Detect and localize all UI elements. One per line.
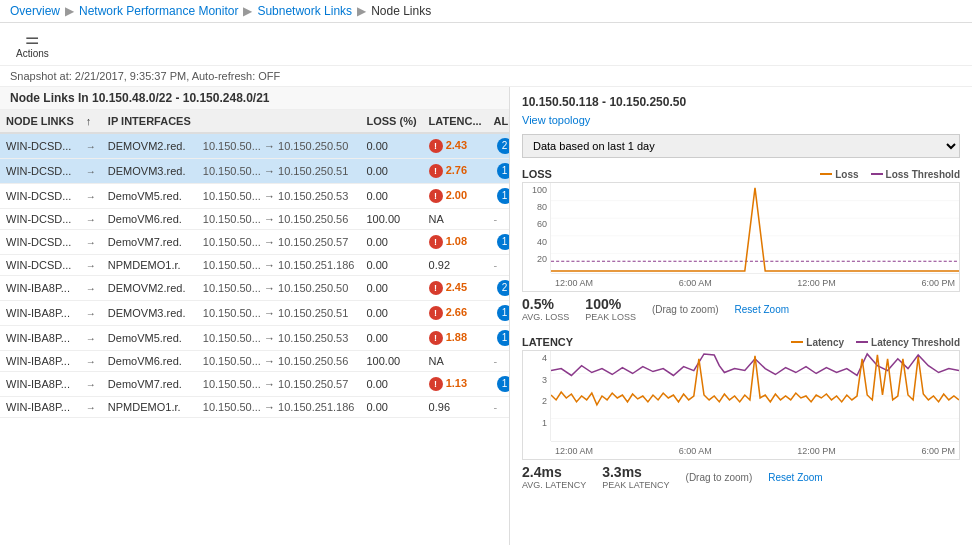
alert-icon: ! <box>429 164 443 178</box>
latency-chart-header: LATENCY Latency Latency Threshold <box>522 336 960 348</box>
alert-count: 1 <box>497 330 510 346</box>
table-row[interactable]: WIN-IBA8P... → DEMOVM2.red. 10.150.50...… <box>0 276 510 301</box>
dst-label: DEMOVM3.red. <box>102 159 197 184</box>
loss-legend-threshold-label: Loss Threshold <box>886 169 960 180</box>
th-node-links[interactable]: NODE LINKS <box>0 110 80 133</box>
latency-value: ! 2.43 <box>423 133 488 159</box>
latency-value: ! 2.00 <box>423 184 488 209</box>
ip-pair: 10.150.50... → 10.150.250.57 <box>197 230 361 255</box>
alerts-cell: - <box>488 209 510 230</box>
loss-chart-svg <box>551 183 959 273</box>
ip-pair: 10.150.50... → 10.150.250.51 <box>197 301 361 326</box>
avg-loss-label: AVG. LOSS <box>522 312 569 322</box>
right-panel: 10.150.50.118 - 10.150.250.50 View topol… <box>510 87 972 545</box>
th-sort[interactable]: ↑ <box>80 110 102 133</box>
table-row[interactable]: WIN-IBA8P... → DemoVM6.red. 10.150.50...… <box>0 351 510 372</box>
latency-legend: Latency Latency Threshold <box>791 337 960 348</box>
arrow-icon: → <box>86 333 96 344</box>
table-row[interactable]: WIN-DCSD... → NPMDEMO1.r. 10.150.50... →… <box>0 255 510 276</box>
peak-latency-label: PEAK LATENCY <box>602 480 669 490</box>
node-name: WIN-IBA8P... <box>0 351 80 372</box>
th-latency[interactable]: LATENC... <box>423 110 488 133</box>
dst-label: DemoVM7.red. <box>102 372 197 397</box>
alert-count: 1 <box>497 188 510 204</box>
arrow-icon: → <box>86 356 96 367</box>
loss-y-axis: 100 80 60 40 20 <box>523 183 551 273</box>
actions-icon: ⚌ <box>25 29 39 48</box>
latency-x-axis: 12:00 AM 6:00 AM 12:00 PM 6:00 PM <box>551 441 959 459</box>
table-row[interactable]: WIN-DCSD... → DEMOVM2.red. 10.150.50... … <box>0 133 510 159</box>
loss-value: 0.00 <box>360 255 422 276</box>
alerts-cell: 1 <box>488 326 510 351</box>
arrow-cell: → <box>80 133 102 159</box>
loss-threshold-indicator <box>871 173 883 175</box>
breadcrumb-overview[interactable]: Overview <box>10 4 60 18</box>
loss-color-indicator <box>820 173 832 175</box>
alerts-cell: 1 <box>488 159 510 184</box>
latency-value: ! 1.88 <box>423 326 488 351</box>
breadcrumb-sep-3: ▶ <box>357 4 366 18</box>
peak-loss-stat: 100% PEAK LOSS <box>585 296 636 322</box>
alerts-cell: 1 <box>488 301 510 326</box>
latency-label: LATENCY <box>522 336 573 348</box>
arrow-icon: → <box>86 141 96 152</box>
node-name: WIN-DCSD... <box>0 255 80 276</box>
table-row[interactable]: WIN-DCSD... → DEMOVM3.red. 10.150.50... … <box>0 159 510 184</box>
breadcrumb: Overview ▶ Network Performance Monitor ▶… <box>0 0 972 23</box>
actions-button[interactable]: ⚌ Actions <box>10 27 55 61</box>
loss-label: LOSS <box>522 168 552 180</box>
table-row[interactable]: WIN-IBA8P... → DEMOVM3.red. 10.150.50...… <box>0 301 510 326</box>
ip-pair: 10.150.50... → 10.150.250.56 <box>197 351 361 372</box>
table-row[interactable]: WIN-IBA8P... → DemoVM7.red. 10.150.50...… <box>0 372 510 397</box>
loss-chart-area: 100 80 60 40 20 <box>522 182 960 292</box>
dst-label: DEMOVM2.red. <box>102 133 197 159</box>
arrow-cell: → <box>80 255 102 276</box>
table-row[interactable]: WIN-IBA8P... → NPMDEMO1.r. 10.150.50... … <box>0 397 510 418</box>
loss-drag-hint: (Drag to zoom) <box>652 304 719 315</box>
arrow-cell: → <box>80 209 102 230</box>
latency-chart-section: LATENCY Latency Latency Threshold 4 3 <box>522 336 960 496</box>
alerts-cell: 2 <box>488 133 510 159</box>
alerts-cell: 1 <box>488 372 510 397</box>
dst-label: DEMOVM3.red. <box>102 301 197 326</box>
latency-reset-zoom[interactable]: Reset Zoom <box>768 472 822 483</box>
node-links-table: NODE LINKS ↑ IP INTERFACES LOSS (%) LATE… <box>0 110 510 418</box>
peak-loss-label: PEAK LOSS <box>585 312 636 322</box>
snapshot-text: Snapshot at: 2/21/2017, 9:35:37 PM, Auto… <box>10 70 280 82</box>
alert-count: 1 <box>497 234 510 250</box>
avg-latency-value: 2.4ms <box>522 464 586 480</box>
arrow-icon: → <box>86 283 96 294</box>
node-name: WIN-IBA8P... <box>0 397 80 418</box>
arrow-cell: → <box>80 372 102 397</box>
table-row[interactable]: WIN-DCSD... → DemoVM5.red. 10.150.50... … <box>0 184 510 209</box>
th-ip-interfaces[interactable]: IP INTERFACES <box>102 110 197 133</box>
node-name: WIN-DCSD... <box>0 133 80 159</box>
arrow-icon: → <box>86 379 96 390</box>
breadcrumb-subnetwork[interactable]: Subnetwork Links <box>257 4 352 18</box>
th-loss[interactable]: LOSS (%) <box>360 110 422 133</box>
loss-stats: 0.5% AVG. LOSS 100% PEAK LOSS (Drag to z… <box>522 292 960 328</box>
table-row[interactable]: WIN-IBA8P... → DemoVM5.red. 10.150.50...… <box>0 326 510 351</box>
no-alerts: - <box>494 401 498 413</box>
avg-loss-value: 0.5% <box>522 296 569 312</box>
th-alerts[interactable]: ALERTS <box>488 110 510 133</box>
breadcrumb-npm[interactable]: Network Performance Monitor <box>79 4 238 18</box>
latency-value: 0.92 <box>423 255 488 276</box>
arrow-icon: → <box>86 214 96 225</box>
no-alerts: - <box>494 213 498 225</box>
table-row[interactable]: WIN-DCSD... → DemoVM6.red. 10.150.50... … <box>0 209 510 230</box>
right-panel-header: 10.150.50.118 - 10.150.250.50 <box>522 95 960 109</box>
loss-value: 0.00 <box>360 326 422 351</box>
dst-label: DemoVM5.red. <box>102 326 197 351</box>
time-range-select[interactable]: Data based on last 1 day Data based on l… <box>522 134 960 158</box>
alerts-cell: 2 <box>488 276 510 301</box>
table-row[interactable]: WIN-DCSD... → DemoVM7.red. 10.150.50... … <box>0 230 510 255</box>
loss-reset-zoom[interactable]: Reset Zoom <box>735 304 789 315</box>
alerts-cell: 1 <box>488 184 510 209</box>
view-topology-link[interactable]: View topology <box>522 114 590 126</box>
loss-value: 0.00 <box>360 133 422 159</box>
node-name: WIN-DCSD... <box>0 184 80 209</box>
loss-value: 100.00 <box>360 209 422 230</box>
alerts-cell: - <box>488 397 510 418</box>
ip-pair: 10.150.50... → 10.150.250.57 <box>197 372 361 397</box>
